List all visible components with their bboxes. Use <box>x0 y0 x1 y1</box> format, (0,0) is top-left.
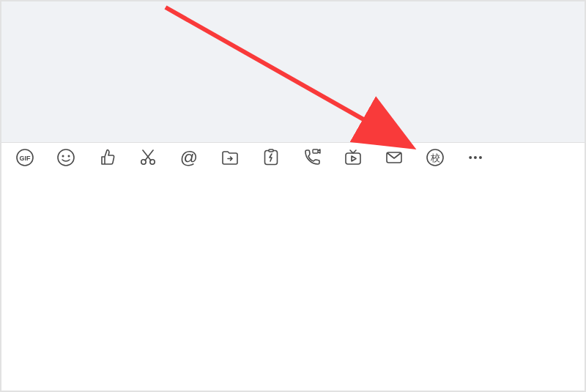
svg-rect-10 <box>269 149 273 152</box>
svg-point-3 <box>62 155 64 157</box>
at-icon: @ <box>180 147 198 168</box>
scissors-icon <box>138 148 157 167</box>
svg-rect-12 <box>346 153 360 164</box>
mention-button[interactable]: @ <box>168 143 209 172</box>
svg-text:校: 校 <box>430 152 440 163</box>
envelope-icon <box>385 148 404 167</box>
input-toolbar: GIF @ <box>1 142 585 171</box>
screenshot-button[interactable] <box>127 143 168 172</box>
message-display-area <box>1 1 585 142</box>
red-envelope-button[interactable] <box>374 143 415 172</box>
thumbs-up-button[interactable] <box>86 143 127 172</box>
send-file-button[interactable] <box>209 143 251 172</box>
emoji-button[interactable] <box>45 143 86 172</box>
flash-transfer-button[interactable] <box>251 143 292 172</box>
emoji-icon <box>56 148 75 167</box>
flash-card-icon <box>262 148 281 167</box>
gif-button[interactable]: GIF <box>4 143 45 172</box>
svg-point-4 <box>68 155 70 157</box>
chat-window: GIF @ <box>0 0 586 392</box>
voice-video-call-button[interactable] <box>292 143 333 172</box>
tv-play-icon <box>344 148 363 167</box>
phone-video-icon <box>302 148 322 167</box>
thumbs-up-icon <box>97 148 116 167</box>
school-button[interactable]: 校 <box>415 143 456 172</box>
more-icon: ••• <box>469 152 484 163</box>
watch-together-button[interactable] <box>333 143 374 172</box>
folder-arrow-icon <box>220 148 240 167</box>
svg-rect-11 <box>313 149 318 153</box>
svg-text:GIF: GIF <box>20 155 31 162</box>
school-icon: 校 <box>426 148 445 167</box>
message-input-area[interactable] <box>1 171 585 391</box>
gif-icon: GIF <box>15 148 34 167</box>
svg-point-2 <box>58 149 74 166</box>
more-options-button[interactable]: ••• <box>456 143 497 172</box>
